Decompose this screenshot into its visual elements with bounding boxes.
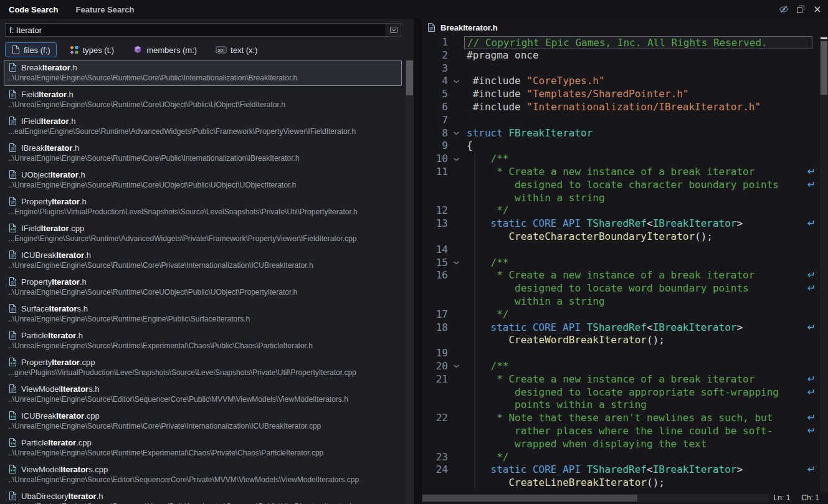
line-number	[422, 399, 448, 412]
result-item[interactable]: UObjectIterator.h..\UnrealEngine\Engine\…	[4, 167, 402, 193]
h-file-icon	[8, 169, 17, 179]
line-number: 20	[422, 360, 448, 373]
line-number: 11	[422, 166, 448, 179]
result-path: ..\UnrealEngine\Engine\Source\Runtime\Ex…	[8, 449, 397, 458]
results-list: BreakIterator.h..\UnrealEngine\Engine\So…	[0, 60, 406, 504]
result-filename: ParticleIterator.h	[21, 331, 83, 340]
line-number: 22	[422, 412, 448, 425]
line-number: 3	[422, 62, 448, 75]
result-item[interactable]: PropertyIterator.h..\UnrealEngine\Engine…	[4, 274, 402, 300]
caret-overview-mark	[821, 37, 827, 39]
word-wrap-indicator-icon	[806, 376, 815, 383]
result-item[interactable]: SurfaceIterators.h..\UnrealEngine\Engine…	[4, 301, 402, 327]
horizontal-scrollbar[interactable]	[422, 494, 769, 502]
editor-scrollbar[interactable]	[820, 36, 828, 492]
gutter-spacer	[448, 140, 464, 153]
result-item[interactable]: ViewModelIterators.h..\UnrealEngine\Engi…	[4, 381, 402, 407]
fold-chevron-icon[interactable]	[448, 127, 464, 140]
line-number: 4	[422, 75, 448, 88]
result-path: ..\UnrealEngine\Engine\Source\Runtime\Co…	[8, 288, 397, 297]
code-line: designed to locate appropriate soft-wrap…	[422, 386, 820, 399]
tab-code-search[interactable]: Code Search	[0, 0, 67, 19]
gutter-spacer	[448, 386, 464, 399]
code-line: 2#pragma once	[422, 49, 820, 62]
close-icon[interactable]	[812, 4, 823, 15]
result-path: ...Engine\Plugins\VirtualProduction\Leve…	[8, 207, 397, 217]
line-number	[422, 295, 448, 308]
line-number	[422, 282, 448, 295]
popout-icon[interactable]	[795, 4, 806, 15]
h-file-icon	[8, 330, 17, 340]
code-text	[464, 114, 820, 127]
h-file-icon	[8, 143, 17, 153]
gutter-spacer	[448, 101, 464, 114]
search-input[interactable]	[6, 24, 386, 36]
results-scrollbar[interactable]	[406, 60, 414, 504]
result-item[interactable]: ICUBreakIterator.h..\UnrealEngine\Engine…	[4, 247, 402, 273]
line-number: 17	[422, 308, 448, 321]
line-number: 12	[422, 204, 448, 217]
result-item[interactable]: FieldIterator.h..\UnrealEngine\Engine\So…	[4, 87, 402, 113]
result-item[interactable]: ICUBreakIterator.cpp..\UnrealEngine\Engi…	[4, 408, 402, 434]
gutter-spacer	[448, 192, 464, 205]
search-history-dropdown-button[interactable]	[386, 24, 401, 36]
result-item[interactable]: UbaDirectoryIterator.h..\UnrealEngine\En…	[4, 488, 402, 504]
svg-text:ab: ab	[217, 47, 223, 53]
gutter-spacer	[448, 244, 464, 257]
code-text: * Note that these aren't newlines as suc…	[464, 412, 820, 425]
cpp-file-icon	[8, 411, 17, 421]
result-item[interactable]: PropertyIterator.cpp...gine\Plugins\Virt…	[4, 354, 402, 381]
tab-bar: Code SearchFeature Search	[0, 0, 143, 19]
word-wrap-indicator-icon	[806, 168, 815, 176]
gutter-spacer	[448, 373, 464, 386]
fold-chevron-icon[interactable]	[448, 153, 464, 166]
code-line: 24 static CORE_API TSharedRef<IBreakIter…	[422, 464, 820, 477]
gutter-spacer	[448, 477, 464, 490]
result-item[interactable]: ParticleIterator.h..\UnrealEngine\Engine…	[4, 328, 402, 354]
gutter-spacer	[448, 425, 464, 438]
result-item[interactable]: IFieldIterator.h...ealEngine\Engine\Sour…	[4, 113, 402, 140]
code-editor[interactable]: 1// Copyright Epic Games, Inc. All Right…	[422, 36, 820, 492]
code-text: designed to locate character boundary po…	[464, 179, 820, 192]
h-file-icon	[8, 89, 17, 99]
code-line: 18 static CORE_API TSharedRef<IBreakIter…	[422, 321, 820, 335]
h-file-icon	[8, 62, 17, 72]
filter-label: members (m:)	[146, 45, 197, 55]
result-item[interactable]: ParticleIterator.cpp..\UnrealEngine\Engi…	[4, 435, 402, 461]
gutter-spacer	[448, 269, 464, 282]
editor-statusbar: Ln: 1 Ch: 1	[422, 492, 828, 504]
code-text	[464, 347, 820, 360]
header-file-icon	[427, 22, 436, 32]
line-indicator: Ln: 1	[774, 493, 791, 502]
fold-chevron-icon[interactable]	[448, 257, 464, 270]
gutter-spacer	[448, 438, 464, 451]
code-line: within a string	[422, 192, 820, 205]
result-filename: PropertyIterator.h	[21, 197, 87, 206]
gutter-spacer	[448, 204, 464, 217]
result-item[interactable]: IBreakIterator.h..\UnrealEngine\Engine\S…	[4, 140, 402, 166]
result-item[interactable]: PropertyIterator.h...Engine\Plugins\Virt…	[4, 194, 402, 220]
fold-chevron-icon[interactable]	[448, 360, 464, 373]
result-item[interactable]: BreakIterator.h..\UnrealEngine\Engine\So…	[4, 60, 402, 86]
code-text: static CORE_API TSharedRef<IBreakIterato…	[464, 464, 820, 477]
h-file-icon	[8, 277, 17, 287]
code-line: 15 /**	[422, 257, 820, 270]
result-item[interactable]: ViewModelIterators.cpp..\UnrealEngine\En…	[4, 462, 402, 488]
cpp-file-icon	[8, 357, 17, 367]
result-filename: IFieldIterator.h	[21, 116, 75, 126]
code-text: /**	[464, 257, 820, 270]
gutter-spacer	[448, 334, 464, 347]
filter-text-button[interactable]: abtext (x:)	[209, 43, 264, 57]
eye-off-icon[interactable]	[778, 4, 789, 15]
tab-feature-search[interactable]: Feature Search	[67, 0, 143, 19]
result-item[interactable]: IFieldIterator.cpp...Engine\Engine\Sourc…	[4, 221, 402, 247]
fold-chevron-icon[interactable]	[448, 75, 464, 88]
filter-members-button[interactable]: members (m:)	[126, 42, 203, 57]
line-number	[422, 477, 448, 490]
code-line: 7	[422, 114, 820, 127]
code-line: 9{	[422, 140, 820, 153]
code-text	[464, 62, 820, 75]
filter-files-button[interactable]: files (f:)	[5, 42, 57, 57]
panel-splitter[interactable]	[414, 19, 422, 504]
filter-types-button[interactable]: types (t:)	[63, 42, 121, 57]
